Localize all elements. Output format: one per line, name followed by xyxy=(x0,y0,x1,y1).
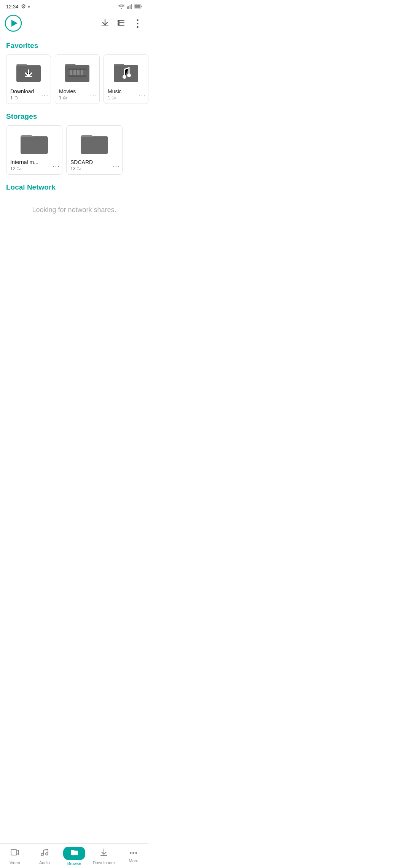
svg-rect-2 xyxy=(127,6,128,9)
movies-folder-icon xyxy=(59,59,96,86)
storages-grid: Internal m... 12 🗂 ⋮ SDCARD 13 🗂 ⋮ xyxy=(0,124,148,178)
settings-status-icon: ⚙ xyxy=(21,3,26,10)
local-network-title: Local Network xyxy=(0,178,148,195)
svg-rect-4 xyxy=(130,5,131,9)
svg-rect-15 xyxy=(118,23,119,26)
top-bar: ⋮ xyxy=(0,11,148,36)
sdcard-more-btn[interactable]: ⋮ xyxy=(113,163,120,171)
favorite-item-movies[interactable]: Movies 1 🗂 ⋮ xyxy=(55,54,100,104)
svg-point-32 xyxy=(123,75,126,79)
svg-line-1 xyxy=(124,5,124,5)
svg-rect-25 xyxy=(77,69,80,76)
svg-rect-3 xyxy=(128,6,129,9)
music-more-btn[interactable]: ⋮ xyxy=(139,93,146,100)
svg-rect-24 xyxy=(73,69,76,76)
favorites-title: Favorites xyxy=(0,36,148,53)
svg-rect-26 xyxy=(81,69,83,76)
notification-dot: • xyxy=(28,3,30,10)
svg-rect-23 xyxy=(70,69,72,76)
signal-icon xyxy=(127,4,132,9)
internal-storage-meta: 12 🗂 xyxy=(10,166,58,171)
svg-rect-8 xyxy=(135,5,140,8)
svg-rect-19 xyxy=(25,76,32,77)
svg-point-33 xyxy=(127,73,131,77)
svg-rect-5 xyxy=(131,4,132,9)
status-bar: 12:34 ⚙ • xyxy=(0,0,148,11)
svg-rect-27 xyxy=(68,69,86,70)
svg-point-0 xyxy=(121,8,122,9)
internal-more-btn[interactable]: ⋮ xyxy=(53,163,60,171)
storage-item-internal[interactable]: Internal m... 12 🗂 ⋮ xyxy=(6,125,62,175)
favorite-item-music[interactable]: Music 1 🗂 ⋮ xyxy=(104,54,148,104)
overflow-menu-icon[interactable]: ⋮ xyxy=(132,21,142,27)
svg-rect-12 xyxy=(118,22,124,23)
download-toolbar-icon[interactable] xyxy=(100,18,110,30)
svg-rect-14 xyxy=(118,20,119,22)
svg-rect-36 xyxy=(21,137,48,154)
svg-rect-28 xyxy=(68,75,86,77)
svg-rect-7 xyxy=(141,6,142,8)
sdcard-storage-name: SDCARD xyxy=(70,159,118,165)
favorites-section: Favorites Download 1 🗋 ⋮ xyxy=(0,36,148,107)
internal-storage-icon xyxy=(10,129,58,157)
status-icons xyxy=(118,4,142,9)
storages-title: Storages xyxy=(0,107,148,124)
wifi-icon xyxy=(118,4,125,9)
movies-more-btn[interactable]: ⋮ xyxy=(90,93,97,100)
storage-item-sdcard[interactable]: SDCARD 13 🗂 ⋮ xyxy=(66,125,123,175)
favorites-grid: Download 1 🗋 ⋮ xyxy=(0,53,148,107)
local-network-section: Local Network Looking for network shares… xyxy=(0,178,148,222)
battery-icon xyxy=(134,4,142,9)
top-bar-actions: ⋮ xyxy=(100,18,142,30)
local-network-message: Looking for network shares. xyxy=(0,195,148,222)
sdcard-storage-icon xyxy=(70,129,118,157)
status-time: 12:34 xyxy=(6,4,19,10)
download-more-btn[interactable]: ⋮ xyxy=(41,93,48,100)
svg-rect-39 xyxy=(81,137,108,154)
favorite-item-download[interactable]: Download 1 🗋 ⋮ xyxy=(6,54,51,104)
music-folder-icon xyxy=(108,59,144,86)
app-logo[interactable] xyxy=(5,14,22,33)
download-folder-icon xyxy=(10,59,47,86)
sdcard-storage-meta: 13 🗂 xyxy=(70,166,118,171)
internal-storage-name: Internal m... xyxy=(10,159,58,165)
storages-section: Storages Internal m... 12 🗂 ⋮ xyxy=(0,107,148,178)
list-view-icon[interactable] xyxy=(116,18,126,30)
svg-marker-10 xyxy=(11,20,18,27)
